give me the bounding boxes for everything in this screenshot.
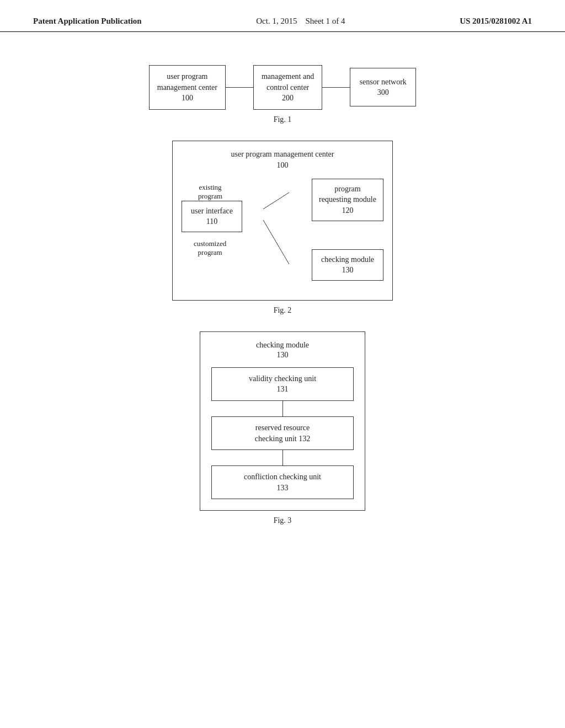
fig3-unit1: validity checking unit 131 bbox=[211, 367, 354, 401]
fig3-container: checking module 130 validity checking un… bbox=[44, 331, 521, 526]
fig3-unit3-line2: 133 bbox=[277, 484, 289, 492]
fig3-unit3-line1: confliction checking unit bbox=[244, 473, 321, 481]
fig1-box-sn: sensor network 300 bbox=[350, 68, 416, 106]
fig3-unit1-line2: 131 bbox=[277, 385, 289, 393]
fig1-container: user program management center 100 manag… bbox=[44, 65, 521, 124]
svg-line-0 bbox=[263, 192, 289, 209]
fig2-outer-box: user program management center 100 user … bbox=[172, 141, 393, 301]
page-header: Patent Application Publication Oct. 1, 2… bbox=[0, 0, 565, 32]
fig1-box2-line2: control center bbox=[266, 82, 309, 93]
fig3-unit2-line1: reserved resource bbox=[255, 424, 310, 432]
fig3-connector1 bbox=[282, 401, 283, 416]
fig3-label: Fig. 3 bbox=[274, 516, 292, 525]
header-date-sheet: Oct. 1, 2015 Sheet 1 of 4 bbox=[256, 17, 345, 26]
fig1-box-upmc: user program management center 100 bbox=[149, 65, 226, 110]
fig1-label: Fig. 1 bbox=[274, 115, 292, 124]
fig1-box-mcc: management and control center 200 bbox=[253, 65, 322, 110]
fig1-box2-line1: management and bbox=[262, 71, 314, 82]
fig1-box3-line1: sensor network bbox=[360, 77, 407, 88]
fig2-prm-line3: 120 bbox=[342, 206, 354, 215]
fig2-program-requesting-box: program requesting module 120 bbox=[312, 179, 383, 221]
fig2-cm-line1: checking module bbox=[321, 255, 374, 264]
fig1-connector1 bbox=[226, 87, 253, 88]
header-date: Oct. 1, 2015 bbox=[256, 17, 297, 25]
fig3-unit2-line2: checking unit 132 bbox=[255, 435, 310, 443]
fig3-title-line2: 130 bbox=[211, 351, 354, 360]
fig1-row: user program management center 100 manag… bbox=[149, 65, 416, 110]
fig3-title-line1: checking module bbox=[211, 341, 354, 350]
fig2-customized-label: customizedprogram bbox=[194, 239, 226, 257]
fig2-cm-line2: 130 bbox=[342, 266, 354, 274]
fig1-box3-line2: 300 bbox=[377, 87, 389, 98]
fig1-connector2 bbox=[322, 87, 350, 88]
fig3-unit2: reserved resource checking unit 132 bbox=[211, 416, 354, 450]
fig2-ui-line1: user interface bbox=[191, 207, 233, 215]
fig3-outer-box: checking module 130 validity checking un… bbox=[200, 331, 365, 511]
fig3-unit3: confliction checking unit 133 bbox=[211, 465, 354, 499]
fig2-checking-box: checking module 130 bbox=[312, 249, 383, 281]
fig2-outer-title-line2: 100 bbox=[182, 161, 383, 170]
fig2-prm-line2: requesting module bbox=[319, 195, 376, 204]
header-publication-label: Patent Application Publication bbox=[33, 17, 142, 26]
fig2-existing-label: existingprogram bbox=[198, 183, 222, 201]
fig2-outer-title-line1: user program management center bbox=[182, 150, 383, 159]
header-patent-number: US 2015/0281002 A1 bbox=[460, 17, 532, 26]
header-sheet: Sheet 1 of 4 bbox=[305, 17, 345, 25]
fig3-unit1-line1: validity checking unit bbox=[249, 374, 316, 383]
fig2-ui-box: user interface 110 bbox=[182, 201, 242, 232]
fig1-box1-line3: 100 bbox=[182, 93, 193, 104]
fig1-box1-line2: management center bbox=[157, 82, 217, 93]
fig2-container: user program management center 100 user … bbox=[44, 141, 521, 315]
fig1-box1-line1: user program bbox=[167, 71, 207, 82]
fig2-label: Fig. 2 bbox=[274, 306, 292, 315]
fig3-connector2 bbox=[282, 450, 283, 465]
fig2-ui-line2: 110 bbox=[206, 217, 217, 226]
fig2-prm-line1: program bbox=[334, 185, 360, 193]
main-content: user program management center 100 manag… bbox=[0, 38, 565, 542]
fig1-box2-line3: 200 bbox=[282, 93, 294, 104]
svg-line-1 bbox=[263, 220, 289, 264]
